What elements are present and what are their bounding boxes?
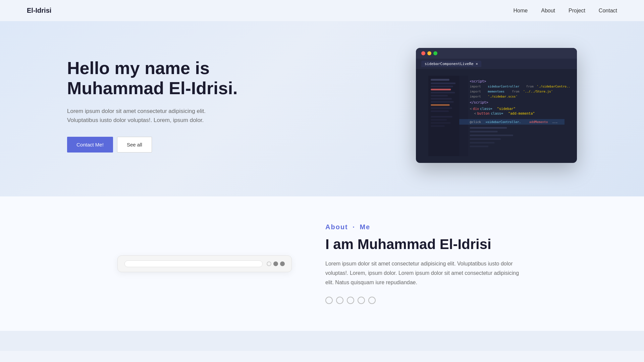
- svg-text:button: button: [477, 112, 490, 115]
- svg-text:mementoes: mementoes: [488, 89, 504, 93]
- browser-dot-2: [273, 261, 278, 266]
- skill-dot-3: [347, 297, 354, 304]
- svg-rect-7: [431, 98, 452, 100]
- svg-rect-47: [470, 142, 495, 144]
- svg-rect-1: [431, 79, 449, 81]
- svg-text:from: from: [526, 84, 534, 88]
- hero-content: Hello my name is Muhammad El-Idrisi. Lor…: [67, 58, 268, 153]
- nav-links: Home About Project Contact: [514, 8, 617, 14]
- skill-dot-2: [336, 297, 343, 304]
- hero-buttons: Contact Me! See all: [67, 137, 268, 153]
- svg-rect-15: [431, 125, 445, 127]
- hero-title: Hello my name is Muhammad El-Idrisi.: [67, 58, 268, 99]
- svg-rect-6: [431, 95, 448, 97]
- nav-home[interactable]: Home: [514, 8, 528, 13]
- browser-address-bar: [124, 260, 263, 267]
- svg-text:addMemento: addMemento: [529, 120, 548, 124]
- svg-rect-11: [431, 110, 449, 112]
- svg-rect-9: [431, 104, 449, 106]
- about-label: About · Me: [325, 223, 527, 231]
- footer-divider: [0, 331, 644, 351]
- svg-rect-17: [459, 76, 468, 156]
- svg-rect-4: [431, 89, 451, 90]
- browser-mockup: [117, 255, 292, 272]
- about-label-dot: ·: [353, 223, 355, 231]
- svg-text:</script>: </script>: [470, 101, 488, 104]
- code-tab-active[interactable]: sidebarComponentLiveRe ×: [421, 61, 481, 67]
- svg-rect-14: [431, 122, 450, 124]
- about-content: About · Me I am Muhammad El-Idrisi Lorem…: [325, 223, 527, 304]
- code-screenshot: <script> import sidebarController from '…: [423, 76, 570, 156]
- svg-text:...: ...: [552, 120, 558, 124]
- code-window-body: <script> import sidebarController from '…: [416, 69, 577, 163]
- nav-project[interactable]: Project: [569, 8, 585, 13]
- svg-rect-43: [470, 127, 507, 129]
- svg-rect-44: [470, 131, 498, 132]
- svg-rect-3: [431, 86, 453, 87]
- svg-rect-46: [470, 138, 501, 140]
- browser-dot-1: [267, 261, 271, 266]
- about-title: I am Muhammad El-Idrisi: [325, 236, 527, 252]
- svg-text:"add-mementa": "add-mementa": [508, 112, 535, 115]
- about-section: About · Me I am Muhammad El-Idrisi Lorem…: [0, 196, 644, 331]
- svg-rect-13: [431, 119, 447, 121]
- svg-text:import: import: [470, 89, 481, 93]
- skill-dot-5: [368, 297, 376, 304]
- svg-text:@click: @click: [470, 120, 481, 124]
- hero-description: Lorem ipsum dolor sit amet consectetur a…: [67, 107, 235, 125]
- browser-dot-3: [280, 261, 285, 266]
- skill-dot-1: [325, 297, 333, 304]
- window-close-dot: [421, 51, 425, 55]
- svg-rect-8: [431, 101, 453, 103]
- navbar: El-Idrisi Home About Project Contact: [0, 0, 644, 21]
- svg-rect-45: [470, 134, 513, 136]
- nav-about[interactable]: About: [541, 8, 555, 13]
- code-window: sidebarComponentLiveRe ×: [416, 48, 577, 163]
- see-all-button[interactable]: See all: [117, 137, 152, 153]
- about-label-part1: About: [325, 223, 348, 231]
- svg-text:'./sidebarContro...': './sidebarContro...': [537, 84, 570, 88]
- svg-text:div: div: [473, 107, 479, 111]
- svg-rect-48: [470, 146, 488, 147]
- svg-rect-5: [431, 92, 455, 94]
- svg-text:import: import: [470, 84, 481, 88]
- skill-dot-4: [358, 297, 365, 304]
- svg-text:'./sidebar.scss': './sidebar.scss': [488, 95, 518, 98]
- contact-button[interactable]: Contact Me!: [67, 137, 113, 153]
- svg-rect-12: [431, 116, 452, 118]
- skill-dots: [325, 297, 527, 304]
- window-minimize-dot: [427, 51, 431, 55]
- svg-text:class=: class=: [491, 112, 503, 115]
- about-label-part2: Me: [360, 223, 370, 231]
- svg-text:"sidebar": "sidebar": [497, 107, 516, 111]
- svg-text:import: import: [470, 95, 481, 98]
- window-titlebar: [416, 48, 577, 59]
- brand-logo[interactable]: El-Idrisi: [27, 7, 51, 14]
- browser-dots: [267, 261, 285, 266]
- svg-text:<: <: [474, 112, 476, 115]
- svg-text:<: <: [470, 107, 472, 111]
- about-description: Lorem ipsum dolor sit amet consectetur a…: [325, 259, 527, 287]
- about-image-area: [117, 255, 292, 272]
- svg-text:class=: class=: [480, 107, 492, 111]
- nav-contact[interactable]: Contact: [599, 8, 617, 13]
- svg-rect-10: [431, 107, 452, 109]
- svg-text:'../../Store.js': '../../Store.js': [523, 89, 553, 93]
- svg-text:<script>: <script>: [470, 79, 486, 83]
- svg-text:sidebarController: sidebarController: [488, 84, 520, 88]
- svg-text:from: from: [512, 89, 520, 93]
- hero-section: Hello my name is Muhammad El-Idrisi. Lor…: [0, 21, 644, 196]
- svg-text:=sidebarController.: =sidebarController.: [486, 120, 521, 124]
- code-tab-bar: sidebarComponentLiveRe ×: [416, 59, 577, 69]
- svg-rect-2: [431, 82, 455, 84]
- window-maximize-dot: [433, 51, 437, 55]
